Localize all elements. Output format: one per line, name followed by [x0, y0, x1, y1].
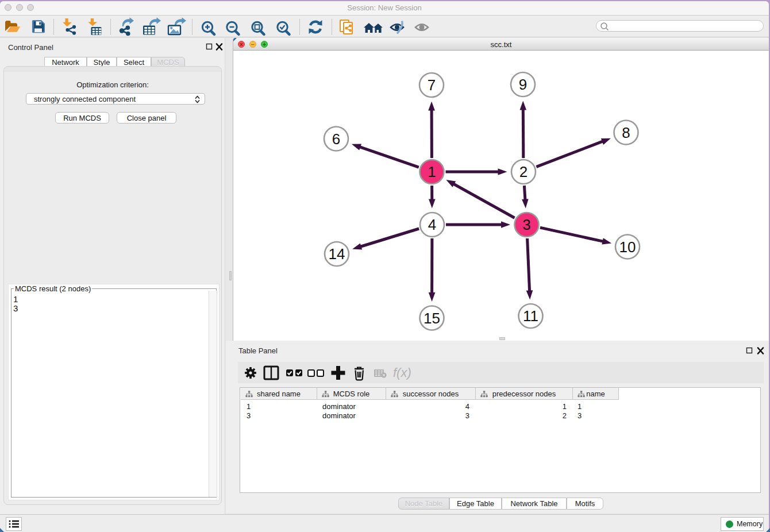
- svg-text:15: 15: [424, 310, 440, 327]
- svg-text:9: 9: [519, 76, 527, 93]
- svg-text:f(x): f(x): [393, 365, 411, 380]
- svg-text:2: 2: [519, 163, 528, 180]
- svg-text:3: 3: [522, 216, 530, 233]
- svg-text:14: 14: [329, 245, 345, 263]
- svg-text:11: 11: [523, 307, 538, 325]
- svg-text:6: 6: [332, 130, 340, 148]
- svg-text:4: 4: [428, 216, 436, 233]
- svg-text:10: 10: [619, 238, 636, 256]
- svg-text:7: 7: [428, 76, 436, 94]
- svg-text:1: 1: [428, 163, 436, 180]
- svg-text:8: 8: [622, 124, 630, 141]
